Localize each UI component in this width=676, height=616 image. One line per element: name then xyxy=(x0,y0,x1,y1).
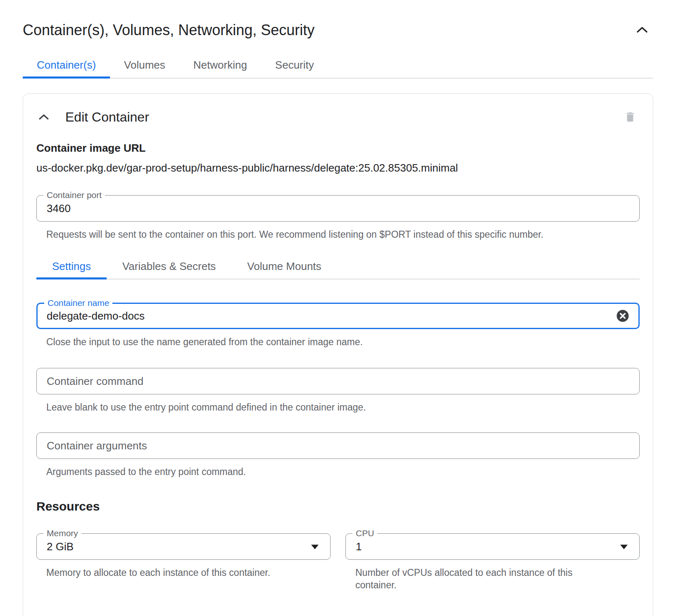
container-detail-tabs: Settings Variables & Secrets Volume Moun… xyxy=(36,254,640,279)
container-name-input[interactable] xyxy=(38,304,638,328)
container-name-label: Container name xyxy=(44,298,112,308)
edit-container-title: Edit Container xyxy=(65,110,149,125)
memory-label: Memory xyxy=(43,528,81,539)
container-name-field: Container name xyxy=(36,303,640,329)
container-port-field: Container port xyxy=(36,195,640,222)
container-command-helper: Leave blank to use the entry point comma… xyxy=(46,401,640,413)
tab-settings[interactable]: Settings xyxy=(36,254,107,279)
chevron-up-icon xyxy=(636,26,648,34)
container-arguments-group: Arguments passed to the entry point comm… xyxy=(36,432,640,478)
edit-container-header: Edit Container xyxy=(36,106,640,128)
section-header: Container(s), Volumes, Networking, Secur… xyxy=(23,21,653,40)
dropdown-caret-icon xyxy=(620,545,628,549)
tab-volumes[interactable]: Volumes xyxy=(110,52,179,78)
memory-value: 2 GiB xyxy=(37,540,74,553)
container-arguments-input[interactable] xyxy=(37,433,639,458)
container-name-helper: Close the input to use the name generate… xyxy=(46,336,640,348)
container-command-group: Leave blank to use the entry point comma… xyxy=(36,368,640,413)
cpu-label: CPU xyxy=(352,528,377,539)
cpu-group: CPU 1 Number of vCPUs allocated to each … xyxy=(345,533,640,591)
clear-name-button[interactable] xyxy=(616,309,629,322)
resources-heading: Resources xyxy=(36,499,640,513)
container-command-field xyxy=(36,368,640,394)
container-image-url-value: us-docker.pkg.dev/gar-prod-setup/harness… xyxy=(36,161,640,174)
container-command-input[interactable] xyxy=(37,368,639,394)
collapse-section-button[interactable] xyxy=(633,22,652,37)
tab-containers[interactable]: Container(s) xyxy=(23,52,110,78)
cpu-value: 1 xyxy=(346,540,362,553)
tab-networking[interactable]: Networking xyxy=(179,52,261,78)
tab-variables-secrets[interactable]: Variables & Secrets xyxy=(107,254,231,279)
circle-x-icon xyxy=(616,309,629,322)
container-port-group: Container port Requests will be sent to … xyxy=(36,195,640,241)
collapse-container-button[interactable] xyxy=(36,112,51,122)
tab-volume-mounts[interactable]: Volume Mounts xyxy=(231,254,337,279)
tab-security[interactable]: Security xyxy=(261,52,328,78)
memory-group: Memory 2 GiB Memory to allocate to each … xyxy=(36,533,331,591)
edit-container-card: Edit Container Container image URL us-do… xyxy=(23,93,653,616)
container-name-group: Container name Close the input to use th… xyxy=(36,303,640,348)
container-port-input[interactable] xyxy=(37,196,639,221)
dropdown-caret-icon xyxy=(311,545,319,549)
container-port-label: Container port xyxy=(43,190,105,201)
delete-container-button[interactable] xyxy=(621,108,640,126)
trash-icon xyxy=(624,110,636,124)
resources-row: Memory 2 GiB Memory to allocate to each … xyxy=(36,533,640,591)
container-arguments-helper: Arguments passed to the entry point comm… xyxy=(46,466,640,478)
memory-helper: Memory to allocate to each instance of t… xyxy=(46,566,331,579)
section-tabs: Container(s) Volumes Networking Security xyxy=(23,52,653,79)
chevron-up-icon xyxy=(38,113,50,121)
container-port-helper: Requests will be sent to the container o… xyxy=(46,228,640,241)
memory-select[interactable]: Memory 2 GiB xyxy=(36,533,331,560)
cpu-helper: Number of vCPUs allocated to each instan… xyxy=(355,566,612,591)
page-title: Container(s), Volumes, Networking, Secur… xyxy=(23,21,314,40)
cpu-select[interactable]: CPU 1 xyxy=(345,533,640,560)
container-arguments-field xyxy=(36,432,640,459)
cloud-run-container-form: Container(s), Volumes, Networking, Secur… xyxy=(0,0,676,616)
container-image-url-label: Container image URL xyxy=(36,142,640,155)
